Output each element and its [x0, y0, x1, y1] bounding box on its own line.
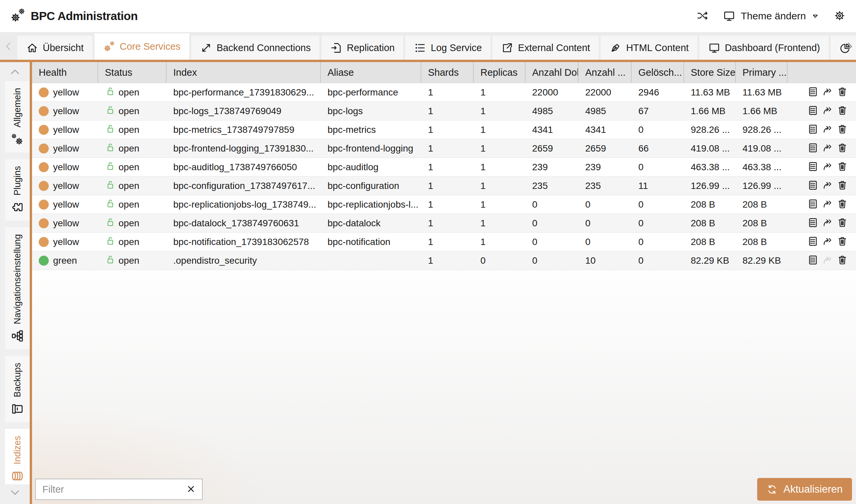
tab-dashboard-frontend[interactable]: Dashboard (Frontend): [699, 36, 828, 60]
table-row[interactable]: yellowopenbpc-metrics_1738749797859bpc-m…: [32, 121, 856, 139]
delete-button[interactable]: [837, 86, 848, 98]
sidebar-item-backups[interactable]: Backups: [5, 356, 30, 422]
column-header-alias[interactable]: Aliase: [321, 62, 421, 83]
details-button[interactable]: [807, 180, 819, 192]
refresh-button[interactable]: Aktualisieren: [757, 478, 852, 501]
details-button[interactable]: [807, 198, 819, 211]
tab-label: Replication: [347, 42, 395, 53]
lock-open-icon: [105, 161, 116, 172]
cell-deleted: 0: [632, 158, 684, 176]
cell-shards: 1: [421, 177, 474, 195]
tab-core-services[interactable]: Core Services: [94, 33, 189, 60]
delete-button[interactable]: [837, 124, 848, 136]
column-header-deleted[interactable]: Gelösch...: [632, 62, 684, 83]
filter-input[interactable]: [42, 484, 186, 495]
details-button[interactable]: [807, 217, 819, 229]
table-row[interactable]: yellowopenbpc-frontend-logging_17391830.…: [32, 139, 856, 158]
cell-docs2: 239: [578, 158, 632, 176]
share-button[interactable]: [822, 236, 833, 248]
tab-bar: ÜbersichtCore ServicesBackend Connection…: [0, 32, 856, 62]
clear-filter-button[interactable]: [186, 484, 196, 495]
lock-open-icon: [105, 105, 116, 115]
tab-label: Dashboard (Frontend): [725, 42, 820, 53]
column-header-docs2[interactable]: Anzahl ...: [578, 62, 632, 83]
share-button[interactable]: [822, 124, 833, 136]
chevron-up-icon: [9, 66, 21, 78]
sidebar-item-navigationseinstellung[interactable]: Navigationseinstellung: [5, 227, 30, 349]
table-row[interactable]: yellowopenbpc-replicationjobs-log_173874…: [32, 195, 856, 214]
tab-html-content[interactable]: HTML Content: [601, 36, 697, 60]
shuffle-button[interactable]: [696, 10, 709, 23]
delete-button[interactable]: [837, 217, 848, 229]
table-row[interactable]: yellowopenbpc-configuration_17387497617.…: [32, 177, 856, 195]
lock-open-icon: [105, 198, 116, 209]
column-header-store[interactable]: Store Size: [684, 62, 736, 83]
external-link-icon: [501, 42, 514, 54]
column-header-shards[interactable]: Shards: [421, 62, 474, 83]
table-row[interactable]: greenopen.opendistro_security10010082.29…: [32, 251, 856, 270]
health-dot: [39, 237, 49, 247]
cell-primary: 82.29 KB: [736, 251, 788, 270]
table-row[interactable]: yellowopenbpc-notification_1739183062578…: [32, 233, 856, 251]
theme-switcher[interactable]: Theme ändern: [723, 10, 819, 22]
lock-open-icon: [105, 86, 116, 97]
column-header-docs[interactable]: Anzahl Dok: [525, 62, 578, 83]
sidebar-scroll-down-button[interactable]: [9, 486, 21, 499]
column-header-replicas[interactable]: Replicas: [474, 62, 525, 83]
details-button[interactable]: [807, 161, 819, 173]
delete-button[interactable]: [837, 180, 848, 192]
share-button[interactable]: [822, 180, 833, 192]
document-arrow-icon: [330, 42, 342, 54]
cell-store: 928.26 ...: [684, 121, 736, 139]
tabs-scroll-right-button[interactable]: [844, 41, 855, 53]
cell-shards: 1: [421, 251, 474, 270]
details-button[interactable]: [807, 142, 819, 155]
close-icon: [186, 484, 196, 494]
tab-replication[interactable]: Replication: [321, 36, 403, 60]
share-button[interactable]: [822, 217, 833, 229]
share-button[interactable]: [822, 142, 833, 155]
details-button[interactable]: [807, 105, 819, 117]
details-button[interactable]: [807, 254, 819, 267]
cell-store: 82.29 KB: [684, 251, 736, 270]
sidebar-item-allgemein[interactable]: Allgemein: [5, 81, 30, 152]
share-button[interactable]: [822, 86, 833, 98]
table-row[interactable]: yellowopenbpc-datalock_1738749760631bpc-…: [32, 214, 856, 233]
settings-button[interactable]: [833, 10, 846, 23]
delete-button[interactable]: [837, 198, 848, 211]
tab-external-content[interactable]: External Content: [493, 36, 599, 60]
share-button[interactable]: [822, 161, 833, 173]
trash-icon: [837, 161, 848, 172]
delete-button[interactable]: [837, 254, 848, 267]
share-icon: [822, 254, 833, 266]
tab-log-service[interactable]: Log Service: [405, 36, 491, 60]
details-button[interactable]: [807, 236, 819, 248]
tab-backend-connections[interactable]: Backend Connections: [191, 36, 320, 60]
table-row[interactable]: yellowopenbpc-performance_17391830629...…: [32, 83, 856, 102]
column-header-status[interactable]: Status: [98, 62, 166, 83]
delete-button[interactable]: [837, 105, 848, 117]
column-header-health[interactable]: Health: [32, 62, 98, 83]
column-header-primary[interactable]: Primary ...: [736, 62, 788, 83]
table-row[interactable]: yellowopenbpc-auditlog_1738749766050bpc-…: [32, 158, 856, 177]
details-button[interactable]: [807, 124, 819, 136]
cell-docs: 0: [525, 214, 578, 232]
tabs-scroll-left-button[interactable]: [3, 41, 14, 53]
sidebar-scroll-up-button[interactable]: [9, 66, 21, 79]
tab-übersicht[interactable]: Übersicht: [17, 36, 92, 60]
details-button[interactable]: [807, 86, 819, 98]
delete-button[interactable]: [837, 161, 848, 173]
cell-docs: 239: [525, 158, 578, 176]
delete-button[interactable]: [837, 142, 848, 155]
sidebar-item-plugins[interactable]: Plugins: [5, 159, 30, 221]
cell-docs: 4985: [525, 102, 578, 120]
delete-button[interactable]: [837, 236, 848, 248]
share-button[interactable]: [822, 105, 833, 117]
cell-store: 208 B: [684, 233, 736, 251]
share-button[interactable]: [822, 198, 833, 211]
table-row[interactable]: yellowopenbpc-logs_1738749769049bpc-logs…: [32, 102, 856, 121]
sidebar-item-indizes[interactable]: Indizes: [5, 429, 30, 484]
gears-icon: [103, 40, 115, 53]
column-header-actions[interactable]: [788, 62, 856, 83]
column-header-index[interactable]: Index: [166, 62, 321, 83]
